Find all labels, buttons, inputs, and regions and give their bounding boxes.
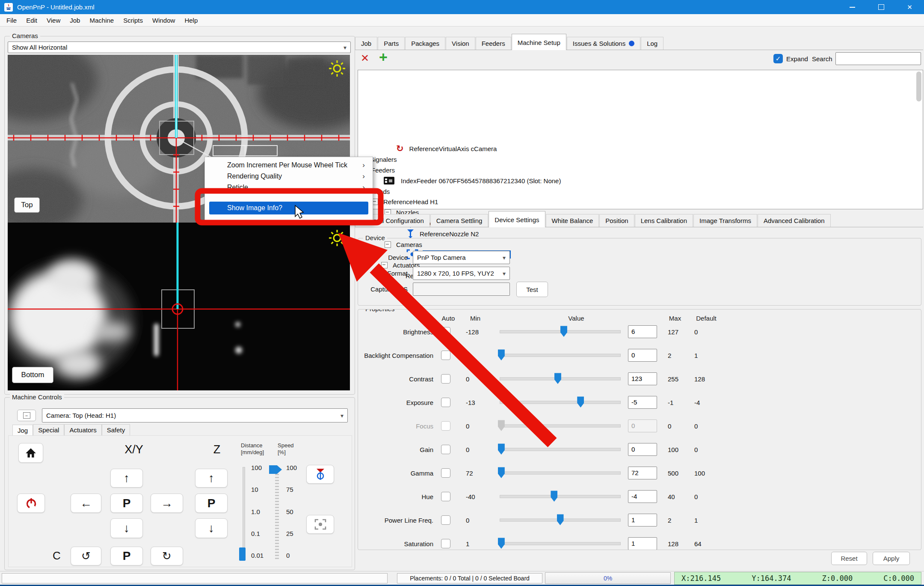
slider-thumb[interactable] xyxy=(498,420,505,431)
settings-tab[interactable]: White Balance xyxy=(546,214,599,227)
value-slider[interactable] xyxy=(500,448,621,451)
settings-tab[interactable]: Image Transforms xyxy=(693,214,757,227)
format-select[interactable]: 1280 x 720, 10 FPS, YUY2 ▾ xyxy=(413,267,510,280)
rotate-ccw-button[interactable]: ↺ xyxy=(71,547,101,565)
rotate-cw-button[interactable]: ↻ xyxy=(151,547,183,565)
jog-tab[interactable]: Jog xyxy=(12,425,33,436)
auto-checkbox[interactable] xyxy=(441,351,450,360)
jog-tab[interactable]: Safety xyxy=(102,424,130,436)
test-button[interactable]: Test xyxy=(516,282,548,297)
power-button[interactable] xyxy=(17,494,45,513)
menu-item[interactable]: Job xyxy=(65,17,85,24)
menu-item[interactable]: Help xyxy=(180,17,202,24)
value-slider[interactable] xyxy=(500,354,621,357)
main-tab[interactable]: Vision xyxy=(446,37,475,50)
main-tab[interactable]: Machine Setup xyxy=(512,34,566,50)
settings-tab[interactable]: Advanced Calibration xyxy=(758,214,831,227)
close-button[interactable]: ✕ xyxy=(895,0,924,14)
auto-checkbox[interactable] xyxy=(441,421,450,431)
slider-thumb[interactable] xyxy=(557,514,564,525)
bottom-camera-view[interactable] xyxy=(8,223,350,390)
position-nozzle-button[interactable] xyxy=(306,465,334,484)
auto-checkbox[interactable] xyxy=(441,327,450,336)
value-input[interactable] xyxy=(628,467,657,479)
value-input[interactable] xyxy=(628,372,657,385)
value-input[interactable] xyxy=(628,419,657,432)
device-select[interactable]: PnP Top Camera ▾ xyxy=(413,251,510,264)
context-menu-item[interactable]: Zoom Increment Per Mouse Wheel Tick › xyxy=(205,160,373,171)
value-slider[interactable] xyxy=(500,495,621,498)
expand-checkbox[interactable]: ✓ xyxy=(773,54,783,63)
search-input[interactable] xyxy=(835,52,921,65)
auto-checkbox[interactable] xyxy=(441,398,450,407)
value-input[interactable] xyxy=(628,325,657,338)
main-tab[interactable]: Packages xyxy=(405,37,445,50)
menu-item[interactable]: Window xyxy=(148,17,180,24)
slider-thumb[interactable] xyxy=(498,538,505,549)
auto-checkbox[interactable] xyxy=(441,492,450,501)
slider-thumb[interactable] xyxy=(551,491,557,502)
maximize-button[interactable] xyxy=(867,0,895,14)
jog-y-minus-button[interactable]: ↓ xyxy=(110,518,143,538)
slider-thumb[interactable] xyxy=(498,443,505,455)
settings-tab[interactable]: Device Settings xyxy=(489,211,545,227)
settings-tab[interactable]: Lens Calibration xyxy=(635,214,693,227)
tree-scrollbar[interactable] xyxy=(916,71,921,101)
slider-thumb[interactable] xyxy=(498,467,505,478)
park-c-button[interactable]: P xyxy=(110,547,143,565)
distance-slider[interactable] xyxy=(243,467,245,560)
auto-checkbox[interactable] xyxy=(441,374,450,384)
value-input[interactable] xyxy=(628,443,657,456)
jog-y-plus-button[interactable]: ↑ xyxy=(110,469,143,488)
capture-fps-input[interactable] xyxy=(413,283,510,296)
collapse-button[interactable]: − xyxy=(17,410,36,421)
slider-thumb[interactable] xyxy=(577,396,584,408)
auto-checkbox[interactable] xyxy=(441,468,450,478)
value-slider[interactable] xyxy=(500,424,621,427)
park-xy-button[interactable]: P xyxy=(110,494,143,513)
value-input[interactable] xyxy=(628,349,657,362)
home-button[interactable] xyxy=(18,443,43,463)
context-menu-item-highlighted[interactable]: Show Image Info? xyxy=(209,202,368,214)
speed-slider[interactable] xyxy=(275,468,279,559)
slider-thumb[interactable] xyxy=(498,349,505,360)
tree-item[interactable]: ReferenceNozzle N2 xyxy=(407,229,480,239)
reset-button[interactable]: Reset xyxy=(831,552,867,565)
value-input[interactable] xyxy=(628,537,657,550)
brightness-sun-icon[interactable] xyxy=(329,60,346,77)
value-slider[interactable] xyxy=(500,542,621,545)
slider-thumb[interactable] xyxy=(560,326,567,337)
value-input[interactable] xyxy=(628,490,657,503)
menu-item[interactable]: File xyxy=(2,17,21,24)
value-input[interactable] xyxy=(628,514,657,527)
brightness-sun-icon[interactable] xyxy=(329,229,346,247)
settings-tab[interactable]: Position xyxy=(599,214,634,227)
distance-slider-thumb[interactable] xyxy=(239,547,246,561)
value-slider[interactable] xyxy=(500,401,621,404)
slider-thumb[interactable] xyxy=(554,373,561,384)
settings-tab[interactable]: Camera Settling xyxy=(430,214,489,227)
value-slider[interactable] xyxy=(500,471,621,474)
main-tab[interactable]: Parts xyxy=(378,37,405,50)
main-tab[interactable]: Log xyxy=(641,37,663,50)
delete-icon[interactable]: ✕ xyxy=(361,52,369,64)
menu-item[interactable]: Edit xyxy=(21,17,42,24)
main-tab[interactable]: Issues & Solutions xyxy=(567,37,640,50)
menu-item[interactable]: Scripts xyxy=(118,17,148,24)
jog-tab[interactable]: Special xyxy=(33,424,64,436)
tree-item[interactable]: IndexFeeder 0670FF565457888367212340 (Sl… xyxy=(383,176,563,186)
head-selector[interactable]: Camera: Top (Head: H1) ▾ xyxy=(42,408,348,422)
value-slider[interactable] xyxy=(500,377,621,380)
auto-checkbox[interactable] xyxy=(441,515,450,525)
minimize-button[interactable] xyxy=(838,0,867,14)
auto-checkbox[interactable] xyxy=(441,539,450,548)
context-menu-item[interactable]: Rendering Quality › xyxy=(205,171,373,182)
main-tab[interactable]: Feeders xyxy=(476,37,511,50)
value-slider[interactable] xyxy=(500,518,621,521)
main-tab[interactable]: Job xyxy=(355,37,377,50)
jog-x-plus-button[interactable]: → xyxy=(151,494,183,513)
apply-button[interactable]: Apply xyxy=(873,552,910,565)
position-camera-button[interactable] xyxy=(306,515,334,534)
tree-item[interactable]: ↻ ReferenceVirtualAxis cCamera xyxy=(396,143,498,154)
menu-item[interactable]: Machine xyxy=(85,17,118,24)
